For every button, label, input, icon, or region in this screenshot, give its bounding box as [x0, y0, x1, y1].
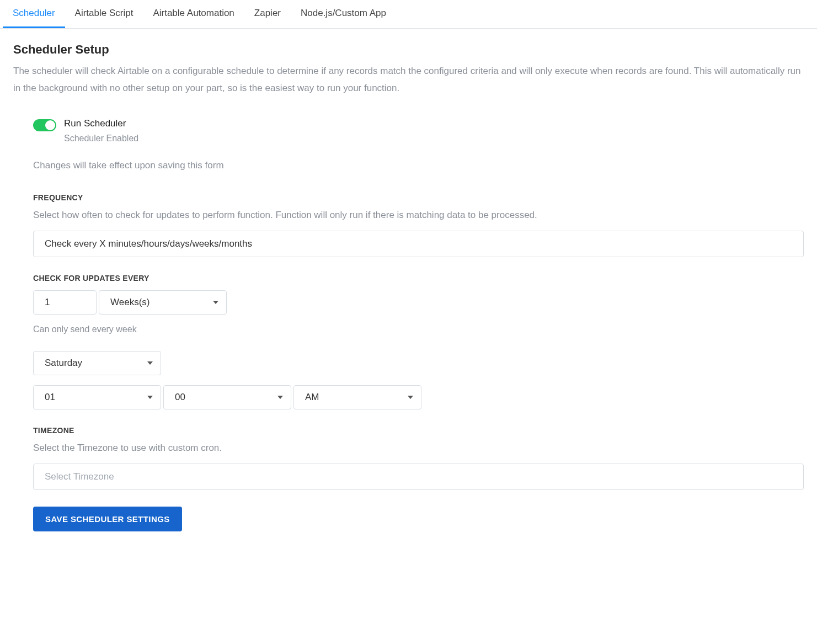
day-value: Saturday	[45, 358, 82, 369]
frequency-input[interactable]	[33, 231, 804, 257]
minute-select[interactable]: 00	[163, 385, 291, 409]
page-description: The scheduler will check Airtable on a c…	[13, 62, 804, 97]
ampm-value: AM	[305, 392, 319, 403]
frequency-label: FREQUENCY	[33, 193, 804, 202]
ampm-select[interactable]: AM	[293, 385, 421, 409]
toggle-status: Scheduler Enabled	[64, 134, 138, 143]
tab-scheduler[interactable]: Scheduler	[3, 0, 65, 28]
timezone-label: TIMEZONE	[33, 426, 804, 435]
toggle-knob	[45, 120, 55, 130]
interval-label: CHECK FOR UPDATES EVERY	[33, 274, 804, 283]
interval-row: Weeks(s)	[33, 290, 804, 315]
caret-down-icon	[213, 301, 218, 304]
run-scheduler-toggle[interactable]	[33, 119, 56, 131]
interval-field: CHECK FOR UPDATES EVERY Weeks(s) Can onl…	[33, 274, 804, 409]
frequency-description: Select how often to check for updates to…	[33, 210, 804, 221]
run-scheduler-row: Run Scheduler Scheduler Enabled	[33, 118, 804, 143]
tab-airtable-script[interactable]: Airtable Script	[65, 0, 143, 28]
timezone-field: TIMEZONE Select the Timezone to use with…	[33, 426, 804, 490]
tab-bar: Scheduler Airtable Script Airtable Autom…	[0, 0, 817, 29]
time-row: 01 00 AM	[33, 385, 804, 409]
toggle-label: Run Scheduler	[64, 118, 138, 129]
toggle-label-group: Run Scheduler Scheduler Enabled	[64, 118, 138, 143]
hour-select[interactable]: 01	[33, 385, 161, 409]
page-title: Scheduler Setup	[13, 42, 804, 57]
content-area: Scheduler Setup The scheduler will check…	[0, 29, 817, 553]
interval-unit-select[interactable]: Weeks(s)	[99, 290, 227, 315]
tab-airtable-automation[interactable]: Airtable Automation	[143, 0, 244, 28]
timezone-input[interactable]	[33, 464, 804, 490]
interval-helper: Can only send every week	[33, 324, 804, 334]
save-note: Changes will take effect upon saving thi…	[33, 160, 804, 171]
day-row: Saturday	[33, 351, 804, 375]
interval-number-input[interactable]	[33, 290, 97, 315]
timezone-description: Select the Timezone to use with custom c…	[33, 443, 804, 454]
hour-value: 01	[45, 392, 55, 403]
scheduler-section: Run Scheduler Scheduler Enabled Changes …	[13, 118, 804, 531]
caret-down-icon	[408, 396, 413, 399]
caret-down-icon	[147, 396, 153, 399]
frequency-field: FREQUENCY Select how often to check for …	[33, 193, 804, 257]
caret-down-icon	[147, 361, 153, 365]
caret-down-icon	[277, 396, 283, 399]
save-button[interactable]: SAVE SCHEDULER SETTINGS	[33, 507, 182, 531]
tab-nodejs[interactable]: Node.js/Custom App	[291, 0, 396, 28]
interval-unit-value: Weeks(s)	[110, 297, 149, 308]
tab-zapier[interactable]: Zapier	[244, 0, 291, 28]
minute-value: 00	[175, 392, 185, 403]
day-select[interactable]: Saturday	[33, 351, 161, 375]
